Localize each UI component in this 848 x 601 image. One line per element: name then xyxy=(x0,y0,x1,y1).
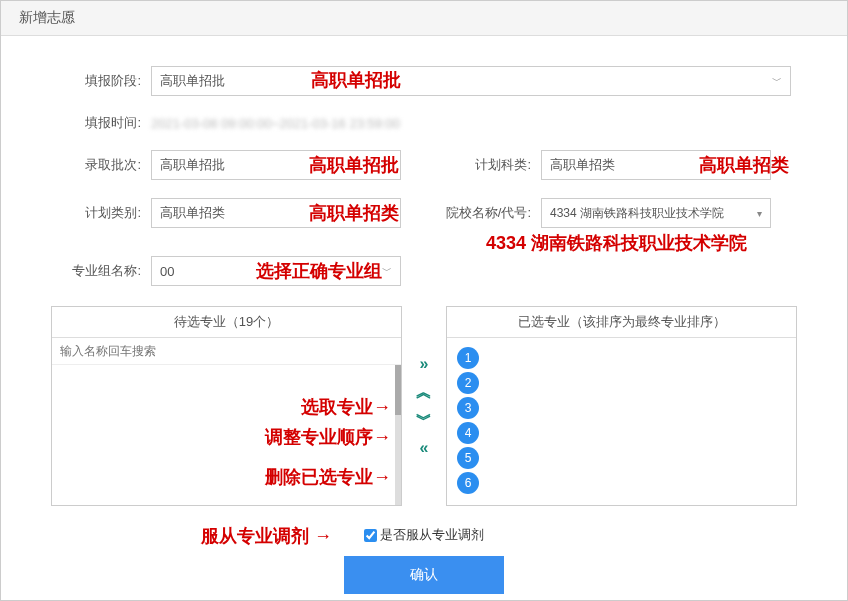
scrollbar-thumb[interactable] xyxy=(395,365,401,415)
subject-label: 计划科类: xyxy=(461,156,531,174)
selected-list[interactable]: 1 2 3 4 5 6 xyxy=(447,338,796,505)
selected-item-2[interactable]: 2 xyxy=(457,372,479,394)
stage-select[interactable]: 高职单招批 ﹀ xyxy=(151,66,791,96)
annotation-obey: 服从专业调剂 → xyxy=(201,524,332,548)
chevron-down-icon: ﹀ xyxy=(382,264,392,278)
time-label: 填报时间: xyxy=(51,114,141,132)
stage-label: 填报阶段: xyxy=(51,72,141,90)
group-label: 专业组名称: xyxy=(51,262,141,280)
selected-item-4[interactable]: 4 xyxy=(457,422,479,444)
school-label: 院校名称/代号: xyxy=(431,204,531,222)
selected-header: 已选专业（该排序为最终专业排序） xyxy=(447,307,796,338)
category-select[interactable]: 高职单招类 ﹀ xyxy=(151,198,401,228)
chevron-down-icon: ﹀ xyxy=(382,158,392,172)
available-majors-box: 待选专业（19个） 选取专业→ 调整专业顺序→ 删除已选专业→ xyxy=(51,306,402,506)
batch-label: 录取批次: xyxy=(51,156,141,174)
search-input[interactable] xyxy=(52,338,401,365)
move-right-button[interactable]: » xyxy=(416,356,432,372)
annotation-reorder: 调整专业顺序→ xyxy=(265,425,391,449)
obey-adjustment-label: 是否服从专业调剂 xyxy=(380,527,484,542)
move-up-button[interactable]: ︽ xyxy=(416,384,432,400)
confirm-button[interactable]: 确认 xyxy=(344,556,504,594)
move-down-button[interactable]: ︾ xyxy=(416,412,432,428)
annotation-delete: 删除已选专业→ xyxy=(265,465,391,489)
transfer-controls: » ︽ ︾ « xyxy=(412,306,436,506)
selected-item-6[interactable]: 6 xyxy=(457,472,479,494)
chevron-down-icon: ﹀ xyxy=(772,74,782,88)
group-select[interactable]: 00 ﹀ xyxy=(151,256,401,286)
group-value: 00 xyxy=(160,264,174,279)
selected-item-1[interactable]: 1 xyxy=(457,347,479,369)
available-header: 待选专业（19个） xyxy=(52,307,401,338)
annotation-select-major: 选取专业→ xyxy=(301,395,391,419)
move-left-button[interactable]: « xyxy=(416,440,432,456)
time-value: 2021-03-08 09:00:00~2021-03-16 23:59:00 xyxy=(151,116,400,131)
selected-item-5[interactable]: 5 xyxy=(457,447,479,469)
obey-adjustment-checkbox[interactable] xyxy=(364,529,377,542)
selected-item-3[interactable]: 3 xyxy=(457,397,479,419)
chevron-down-icon: ▾ xyxy=(757,208,762,219)
category-value: 高职单招类 xyxy=(160,204,225,222)
selected-majors-box: 已选专业（该排序为最终专业排序） 1 2 3 4 5 6 xyxy=(446,306,797,506)
stage-value: 高职单招批 xyxy=(160,72,225,90)
available-list[interactable]: 选取专业→ 调整专业顺序→ 删除已选专业→ xyxy=(52,365,401,505)
subject-value: 高职单招类 xyxy=(550,156,615,174)
chevron-down-icon: ﹀ xyxy=(752,158,762,172)
school-select[interactable]: 4334 湖南铁路科技职业技术学院 ▾ xyxy=(541,198,771,228)
chevron-down-icon: ﹀ xyxy=(382,206,392,220)
school-value: 4334 湖南铁路科技职业技术学院 xyxy=(550,205,724,222)
annotation-school: 4334 湖南铁路科技职业技术学院 xyxy=(486,231,747,255)
category-label: 计划类别: xyxy=(51,204,141,222)
batch-select[interactable]: 高职单招批 ﹀ xyxy=(151,150,401,180)
subject-select[interactable]: 高职单招类 ﹀ xyxy=(541,150,771,180)
dialog-title: 新增志愿 xyxy=(1,1,847,36)
batch-value: 高职单招批 xyxy=(160,156,225,174)
